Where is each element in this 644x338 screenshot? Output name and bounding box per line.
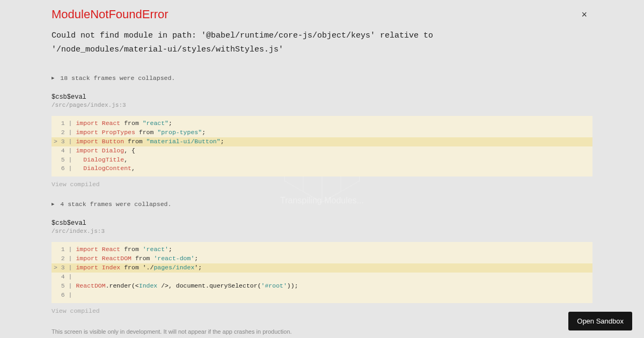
code-line: 4 | import Dialog, { [52,146,592,156]
code-line: > 3 | import Button from "material-ui/Bu… [52,137,592,146]
chevron-right-icon: ▶ [52,201,54,207]
error-message: Could not find module in path: '@babel/r… [52,29,545,56]
view-compiled-link[interactable]: View compiled [52,181,592,188]
close-button[interactable]: × [581,10,587,19]
collapsed-frames-toggle[interactable]: ▶ 4 stack frames were collapsed. [52,201,592,208]
chevron-right-icon: ▶ [52,75,54,81]
error-overlay: × ModuleNotFoundError Could not find mod… [0,0,644,338]
code-line: > 3 | import Index from './pages/index'; [52,263,592,273]
code-line: 6 | DialogContent, [52,164,592,173]
code-line: 2 | import ReactDOM from 'react-dom'; [52,254,592,263]
footer-note: This screen is visible only in developme… [52,327,592,338]
code-block: 1 | import React from "react"; 2 | impor… [52,116,592,177]
collapsed-frames-toggle[interactable]: ▶ 18 stack frames were collapsed. [52,75,592,82]
stack-frame-name: $csb$eval [52,219,592,227]
stack-frame-path: /src/pages/index.js:3 [52,102,592,108]
code-line: 1 | import React from "react"; [52,119,592,128]
code-line: 1 | import React from 'react'; [52,245,592,254]
stack-frame-path: /src/index.js:3 [52,228,592,234]
code-line: 2 | import PropTypes from "prop-types"; [52,128,592,137]
open-sandbox-button[interactable]: Open Sandbox [568,312,632,330]
stack-frame-name: $csb$eval [52,93,592,101]
view-compiled-link[interactable]: View compiled [52,307,592,314]
error-title: ModuleNotFoundError [52,8,592,21]
code-line: 4 | [52,273,592,282]
code-line: 5 | ReactDOM.render(<Index />, document.… [52,282,592,291]
code-block: 1 | import React from 'react'; 2 | impor… [52,242,592,303]
code-line: 5 | DialogTitle, [52,156,592,165]
code-line: 6 | [52,291,592,300]
